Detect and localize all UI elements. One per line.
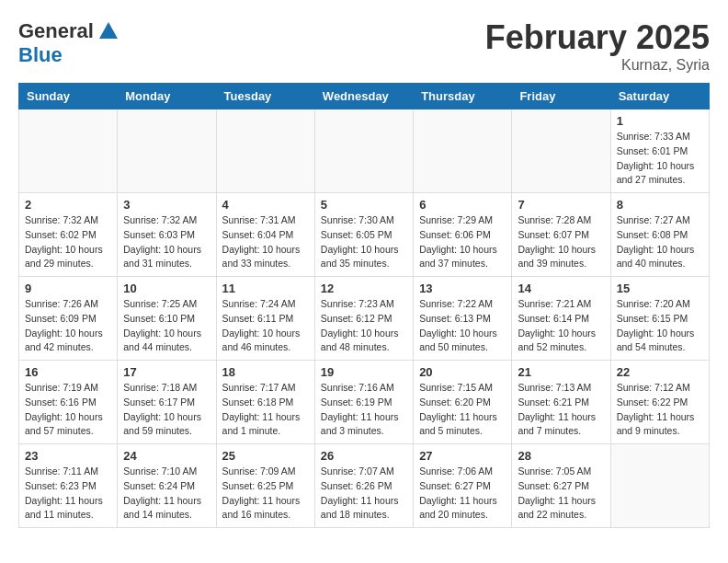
day-info: Sunrise: 7:17 AM Sunset: 6:18 PM Dayligh… <box>222 381 309 439</box>
day-info: Sunrise: 7:07 AM Sunset: 6:26 PM Dayligh… <box>321 465 407 523</box>
day-info: Sunrise: 7:27 AM Sunset: 6:08 PM Dayligh… <box>617 213 703 271</box>
day-info: Sunrise: 7:06 AM Sunset: 6:27 PM Dayligh… <box>419 465 506 523</box>
day-number: 14 <box>518 282 604 295</box>
day-cell: 22Sunrise: 7:12 AM Sunset: 6:22 PM Dayli… <box>610 361 709 444</box>
day-info: Sunrise: 7:23 AM Sunset: 6:12 PM Dayligh… <box>321 297 407 355</box>
day-number: 26 <box>321 449 407 463</box>
day-cell: 25Sunrise: 7:09 AM Sunset: 6:25 PM Dayli… <box>216 444 314 528</box>
day-cell <box>118 109 216 193</box>
day-info: Sunrise: 7:18 AM Sunset: 6:17 PM Dayligh… <box>123 381 210 439</box>
day-number: 28 <box>518 449 604 463</box>
day-info: Sunrise: 7:32 AM Sunset: 6:03 PM Dayligh… <box>123 213 210 271</box>
day-cell: 5Sunrise: 7:30 AM Sunset: 6:05 PM Daylig… <box>314 193 413 277</box>
day-cell: 16Sunrise: 7:19 AM Sunset: 6:16 PM Dayli… <box>19 361 118 444</box>
title-block: February 2025 Kurnaz, Syria <box>485 18 710 74</box>
day-info: Sunrise: 7:16 AM Sunset: 6:19 PM Dayligh… <box>321 381 407 439</box>
logo-general: General <box>18 20 94 42</box>
day-cell: 9Sunrise: 7:26 AM Sunset: 6:09 PM Daylig… <box>19 277 118 361</box>
week-row-2: 2Sunrise: 7:32 AM Sunset: 6:02 PM Daylig… <box>19 193 710 277</box>
day-number: 3 <box>123 198 210 212</box>
day-number: 4 <box>222 198 309 212</box>
day-info: Sunrise: 7:24 AM Sunset: 6:11 PM Dayligh… <box>222 297 309 355</box>
day-cell: 21Sunrise: 7:13 AM Sunset: 6:21 PM Dayli… <box>512 361 610 444</box>
day-number: 11 <box>222 282 309 295</box>
day-number: 7 <box>518 198 604 212</box>
day-info: Sunrise: 7:29 AM Sunset: 6:06 PM Dayligh… <box>419 213 506 271</box>
weekday-header-thursday: Thursday <box>414 84 512 109</box>
day-number: 23 <box>25 449 111 463</box>
weekday-header-monday: Monday <box>118 84 216 109</box>
logo: General Blue <box>18 18 121 66</box>
day-info: Sunrise: 7:15 AM Sunset: 6:20 PM Dayligh… <box>419 381 506 439</box>
day-info: Sunrise: 7:19 AM Sunset: 6:16 PM Dayligh… <box>25 381 111 439</box>
day-info: Sunrise: 7:33 AM Sunset: 6:01 PM Dayligh… <box>617 130 703 188</box>
day-number: 8 <box>617 198 703 212</box>
day-info: Sunrise: 7:09 AM Sunset: 6:25 PM Dayligh… <box>222 465 309 523</box>
day-info: Sunrise: 7:11 AM Sunset: 6:23 PM Dayligh… <box>25 465 111 523</box>
day-cell: 4Sunrise: 7:31 AM Sunset: 6:04 PM Daylig… <box>216 193 314 277</box>
day-cell: 17Sunrise: 7:18 AM Sunset: 6:17 PM Dayli… <box>118 361 216 444</box>
day-number: 16 <box>25 365 111 379</box>
day-number: 20 <box>419 365 506 379</box>
day-number: 2 <box>25 198 111 212</box>
day-info: Sunrise: 7:21 AM Sunset: 6:14 PM Dayligh… <box>518 297 604 355</box>
day-cell: 1Sunrise: 7:33 AM Sunset: 6:01 PM Daylig… <box>610 109 709 193</box>
day-info: Sunrise: 7:30 AM Sunset: 6:05 PM Dayligh… <box>321 213 407 271</box>
day-info: Sunrise: 7:20 AM Sunset: 6:15 PM Dayligh… <box>617 297 703 355</box>
day-info: Sunrise: 7:25 AM Sunset: 6:10 PM Dayligh… <box>123 297 210 355</box>
weekday-header-friday: Friday <box>512 84 610 109</box>
day-cell <box>19 109 118 193</box>
day-number: 24 <box>123 449 210 463</box>
calendar-table: SundayMondayTuesdayWednesdayThursdayFrid… <box>18 83 710 528</box>
weekday-header-tuesday: Tuesday <box>216 84 314 109</box>
day-info: Sunrise: 7:05 AM Sunset: 6:27 PM Dayligh… <box>518 465 604 523</box>
svg-marker-0 <box>99 22 118 39</box>
day-cell <box>314 109 413 193</box>
day-cell: 11Sunrise: 7:24 AM Sunset: 6:11 PM Dayli… <box>216 277 314 361</box>
day-cell: 19Sunrise: 7:16 AM Sunset: 6:19 PM Dayli… <box>314 361 413 444</box>
day-info: Sunrise: 7:12 AM Sunset: 6:22 PM Dayligh… <box>617 381 703 439</box>
day-cell: 26Sunrise: 7:07 AM Sunset: 6:26 PM Dayli… <box>314 444 413 528</box>
day-number: 15 <box>617 282 703 295</box>
logo-icon <box>96 18 121 44</box>
day-number: 18 <box>222 365 309 379</box>
day-cell: 10Sunrise: 7:25 AM Sunset: 6:10 PM Dayli… <box>118 277 216 361</box>
day-info: Sunrise: 7:13 AM Sunset: 6:21 PM Dayligh… <box>518 381 604 439</box>
day-number: 19 <box>321 365 407 379</box>
day-number: 1 <box>617 114 703 128</box>
day-cell: 23Sunrise: 7:11 AM Sunset: 6:23 PM Dayli… <box>19 444 118 528</box>
day-cell: 28Sunrise: 7:05 AM Sunset: 6:27 PM Dayli… <box>512 444 610 528</box>
week-row-4: 16Sunrise: 7:19 AM Sunset: 6:16 PM Dayli… <box>19 361 710 444</box>
day-cell: 3Sunrise: 7:32 AM Sunset: 6:03 PM Daylig… <box>118 193 216 277</box>
day-cell <box>414 109 512 193</box>
day-number: 17 <box>123 365 210 379</box>
day-number: 6 <box>419 198 506 212</box>
day-number: 27 <box>419 449 506 463</box>
weekday-header-saturday: Saturday <box>610 84 709 109</box>
logo-blue: Blue <box>18 43 63 66</box>
day-cell: 13Sunrise: 7:22 AM Sunset: 6:13 PM Dayli… <box>414 277 512 361</box>
day-info: Sunrise: 7:28 AM Sunset: 6:07 PM Dayligh… <box>518 213 604 271</box>
day-info: Sunrise: 7:22 AM Sunset: 6:13 PM Dayligh… <box>419 297 506 355</box>
day-cell: 18Sunrise: 7:17 AM Sunset: 6:18 PM Dayli… <box>216 361 314 444</box>
weekday-header-sunday: Sunday <box>19 84 118 109</box>
day-cell: 7Sunrise: 7:28 AM Sunset: 6:07 PM Daylig… <box>512 193 610 277</box>
day-cell <box>610 444 709 528</box>
day-number: 25 <box>222 449 309 463</box>
day-number: 5 <box>321 198 407 212</box>
day-cell: 2Sunrise: 7:32 AM Sunset: 6:02 PM Daylig… <box>19 193 118 277</box>
day-info: Sunrise: 7:31 AM Sunset: 6:04 PM Dayligh… <box>222 213 309 271</box>
day-number: 9 <box>25 282 111 295</box>
day-cell: 27Sunrise: 7:06 AM Sunset: 6:27 PM Dayli… <box>414 444 512 528</box>
day-info: Sunrise: 7:26 AM Sunset: 6:09 PM Dayligh… <box>25 297 111 355</box>
day-number: 22 <box>617 365 703 379</box>
week-row-1: 1Sunrise: 7:33 AM Sunset: 6:01 PM Daylig… <box>19 109 710 193</box>
day-cell: 8Sunrise: 7:27 AM Sunset: 6:08 PM Daylig… <box>610 193 709 277</box>
day-cell: 20Sunrise: 7:15 AM Sunset: 6:20 PM Dayli… <box>414 361 512 444</box>
day-number: 13 <box>419 282 506 295</box>
day-cell <box>216 109 314 193</box>
day-cell: 15Sunrise: 7:20 AM Sunset: 6:15 PM Dayli… <box>610 277 709 361</box>
day-cell: 6Sunrise: 7:29 AM Sunset: 6:06 PM Daylig… <box>414 193 512 277</box>
day-info: Sunrise: 7:32 AM Sunset: 6:02 PM Dayligh… <box>25 213 111 271</box>
day-cell: 24Sunrise: 7:10 AM Sunset: 6:24 PM Dayli… <box>118 444 216 528</box>
